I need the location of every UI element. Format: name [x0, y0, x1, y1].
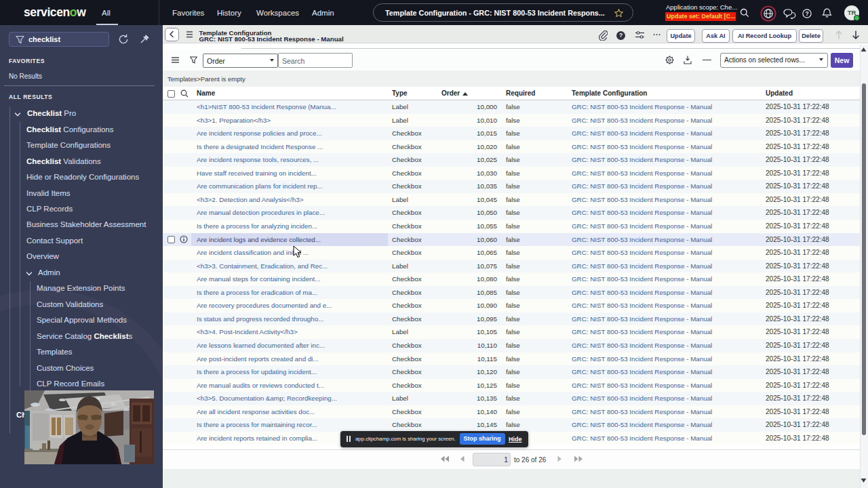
- svg-text:?: ?: [805, 10, 808, 17]
